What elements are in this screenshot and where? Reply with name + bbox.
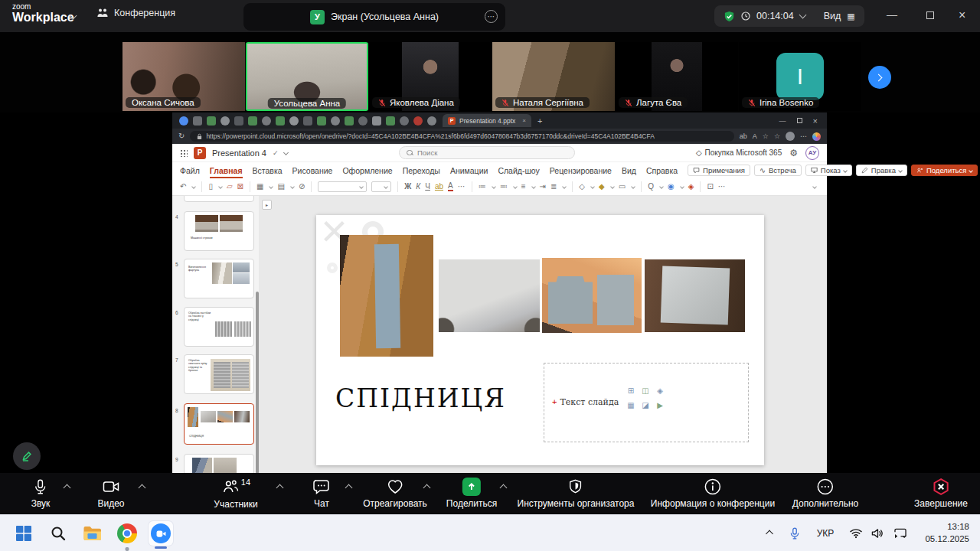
- minimize-button[interactable]: —: [887, 9, 897, 20]
- insert-smartart-icon[interactable]: ◫: [639, 386, 652, 395]
- more-font-options-icon[interactable]: ⋯: [458, 183, 466, 191]
- browser-tab[interactable]: [345, 116, 354, 126]
- browser-tab[interactable]: [317, 116, 326, 126]
- slide-canvas[interactable]: × СПІДНИЦЯ +Текст слайда ⊞ ◫ ◈ ▦: [316, 215, 764, 465]
- cast-status-indicator[interactable]: [893, 515, 907, 551]
- browser-tab[interactable]: [276, 116, 285, 126]
- view-grid-icon[interactable]: ▦: [847, 11, 854, 21]
- slide-photo-fabric-strip[interactable]: [340, 235, 433, 357]
- tab-meeting[interactable]: Конференция: [96, 8, 175, 18]
- dictate-icon[interactable]: ◉: [668, 183, 675, 191]
- slide-thumbnail[interactable]: Обробка застібки на тканині у спідниці: [184, 307, 254, 347]
- designer-icon[interactable]: ◈: [688, 183, 694, 191]
- browser-tab[interactable]: [372, 116, 381, 126]
- slide-thumbnail[interactable]: Машинні строчки: [184, 211, 254, 251]
- wifi-indicator[interactable]: [850, 515, 863, 551]
- undo-icon[interactable]: ↶: [180, 183, 186, 191]
- video-options-chevron[interactable]: [139, 484, 146, 492]
- new-tab-button[interactable]: +: [537, 116, 542, 126]
- font-color-icon[interactable]: A: [448, 182, 453, 191]
- ribbon-tab-insert[interactable]: Вставка: [253, 166, 283, 175]
- document-title[interactable]: Presentation 4: [212, 148, 266, 158]
- chat-options-chevron[interactable]: [345, 484, 353, 492]
- insert-table-icon[interactable]: ⊞: [625, 386, 637, 395]
- reactions-button[interactable]: Отреагировать: [363, 478, 427, 509]
- file-explorer-button[interactable]: [80, 521, 105, 546]
- indent-icon[interactable]: ⇥: [540, 183, 546, 191]
- bullets-icon[interactable]: ≔: [479, 183, 486, 191]
- bold-icon[interactable]: Ж: [404, 183, 411, 191]
- translate-icon[interactable]: ab: [740, 133, 747, 140]
- ribbon-tab-file[interactable]: Файл: [180, 166, 200, 175]
- browser-tab[interactable]: [303, 116, 312, 126]
- participant-tile-active-speaker[interactable]: Усольцева Анна: [246, 42, 368, 111]
- browser-tab[interactable]: [193, 116, 202, 126]
- taskbar-search-button[interactable]: [46, 521, 70, 546]
- slide-thumbnail-partial[interactable]: [184, 196, 254, 202]
- comments-button[interactable]: Примечания: [688, 165, 750, 176]
- ribbon-tab-design[interactable]: Оформление: [342, 166, 392, 175]
- font-name-select[interactable]: [318, 181, 367, 192]
- ribbon-tab-slideshow[interactable]: Слайд-шоу: [498, 166, 539, 175]
- ribbon-tab-draw[interactable]: Рисование: [292, 166, 333, 175]
- font-size-select[interactable]: [371, 181, 391, 192]
- browser-profile-avatar[interactable]: [786, 132, 795, 141]
- browser-tab[interactable]: [220, 116, 230, 126]
- url-field[interactable]: https://powerpoint.cloud.microsoft/open/…: [190, 131, 733, 142]
- participant-tile[interactable]: I Irina Bosenko: [739, 42, 861, 111]
- read-aloud-icon[interactable]: A: [753, 133, 757, 140]
- browser-tab[interactable]: [207, 116, 216, 126]
- powerpoint-app-icon[interactable]: P: [194, 147, 206, 159]
- view-label[interactable]: Вид: [824, 11, 841, 21]
- tab-shared-screen[interactable]: У Экран (Усольцева Анна) ⋯: [243, 3, 505, 31]
- browser-tab-active[interactable]: P Presentation 4.pptx ×: [443, 114, 531, 127]
- browser-tab[interactable]: [262, 116, 271, 126]
- browser-tab[interactable]: [358, 116, 368, 126]
- clear-icon[interactable]: ⊘: [299, 183, 305, 191]
- participant-tile[interactable]: Оксана Сичова: [122, 42, 245, 111]
- favorites-star-icon[interactable]: ☆: [774, 133, 780, 140]
- restore-button[interactable]: [926, 11, 934, 19]
- toolbar-overflow-icon[interactable]: ⋯: [718, 183, 726, 191]
- office-search-input[interactable]: Поиск: [399, 146, 575, 159]
- screen-tab-more-icon[interactable]: ⋯: [485, 10, 498, 23]
- ribbon-tab-review[interactable]: Рецензирование: [550, 166, 612, 175]
- insert-video-icon[interactable]: ▶: [654, 401, 666, 409]
- refresh-icon[interactable]: ↻: [178, 132, 185, 140]
- chrome-button[interactable]: [115, 521, 139, 546]
- layout-icon[interactable]: ▤: [277, 183, 284, 191]
- content-placeholder[interactable]: +Текст слайда ⊞ ◫ ◈ ▦ ◪ ▶: [544, 363, 749, 442]
- participant-tile[interactable]: Яковлева Діана: [369, 42, 492, 111]
- ribbon-tab-view[interactable]: Вид: [622, 166, 636, 175]
- buy-microsoft365-button[interactable]: ◇ Покупка Microsoft 365: [696, 148, 782, 157]
- browser-close-icon[interactable]: ×: [813, 116, 818, 126]
- tray-mic-in-use[interactable]: [790, 515, 800, 551]
- shape-fill-icon[interactable]: ◆: [599, 183, 605, 191]
- browser-minimize-icon[interactable]: —: [779, 117, 786, 125]
- slide-photo-pattern-paper[interactable]: [439, 259, 540, 332]
- underline-icon[interactable]: Ч: [425, 183, 430, 191]
- browser-tab[interactable]: [413, 116, 423, 126]
- copilot-icon[interactable]: [812, 132, 821, 141]
- title-chevron-icon[interactable]: [283, 150, 289, 155]
- tray-show-hidden-button[interactable]: [767, 515, 773, 551]
- paste-icon[interactable]: ▯: [208, 183, 213, 191]
- numbering-icon[interactable]: ≕: [500, 183, 508, 191]
- ribbon-tab-home[interactable]: Главная: [210, 166, 243, 175]
- thumbnail-scrollbar[interactable]: [256, 292, 259, 473]
- chat-button[interactable]: Чат: [312, 478, 332, 509]
- settings-gear-icon[interactable]: ⚙: [789, 148, 798, 158]
- slide-thumbnail[interactable]: Виготовлення фартуха: [184, 259, 254, 298]
- shape-outline-icon[interactable]: ▭: [619, 183, 626, 191]
- browser-tab[interactable]: [400, 116, 409, 126]
- browser-tab[interactable]: [289, 116, 299, 126]
- audio-options-chevron[interactable]: [64, 484, 71, 492]
- volume-indicator[interactable]: [871, 515, 884, 551]
- ribbon-tab-animations[interactable]: Анимации: [450, 166, 488, 175]
- timer-chevron-icon[interactable]: [799, 11, 806, 19]
- italic-icon[interactable]: К: [416, 183, 420, 191]
- bookmark-star-icon[interactable]: ☆: [763, 133, 769, 140]
- line-spacing-icon[interactable]: ≣: [550, 183, 557, 191]
- participant-tile[interactable]: Лагута Єва: [616, 42, 738, 111]
- close-button[interactable]: ×: [959, 9, 965, 21]
